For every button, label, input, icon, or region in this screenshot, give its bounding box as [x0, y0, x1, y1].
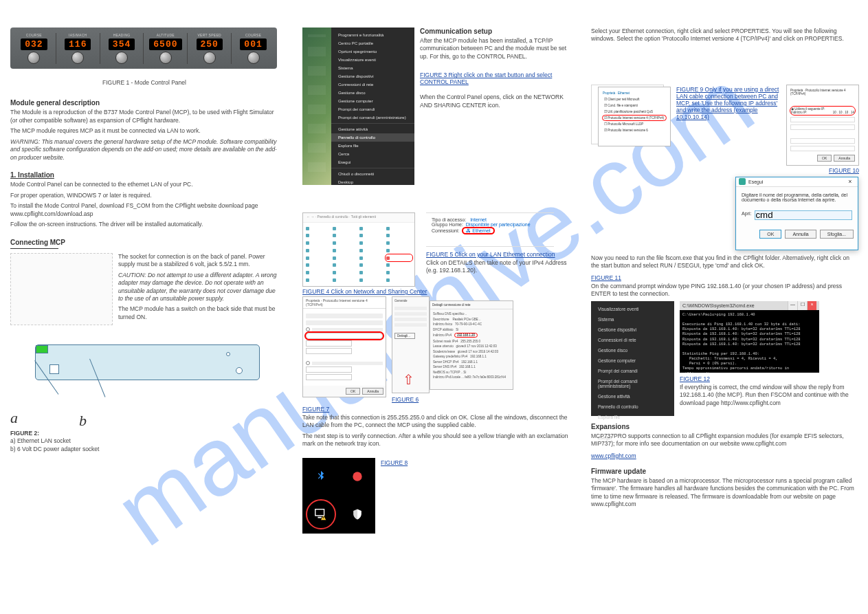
cp-icon[interactable]: [359, 263, 385, 268]
cp-icon[interactable]: [333, 241, 358, 246]
cp-icon[interactable]: [306, 248, 331, 253]
cp-icon[interactable]: [333, 277, 358, 283]
section-title-general: Module general description: [10, 99, 278, 107]
menu-item[interactable]: Programmi e funzionalità: [331, 31, 414, 39]
cp-icon[interactable]: [306, 263, 331, 268]
menu-item[interactable]: Connessioni di rete: [331, 80, 414, 89]
flight-panel-figure: COURSE032 IAS/MACH116 HEADING354 ALTITUD…: [10, 28, 277, 69]
cp-icon[interactable]: [386, 277, 412, 283]
cp-icon[interactable]: [359, 233, 385, 239]
menu-item[interactable]: Gestione attività: [331, 125, 414, 133]
close-icon[interactable]: ×: [845, 178, 855, 185]
cp-icon[interactable]: [359, 255, 385, 261]
menu-item[interactable]: Esplora file: [331, 142, 414, 150]
menu-item[interactable]: Gestione computer: [591, 355, 674, 366]
fp-lcd: 032: [21, 39, 47, 50]
menu-item[interactable]: Pannello di controllo: [331, 133, 414, 142]
back-panel-diagram: [35, 344, 260, 380]
minimize-icon[interactable]: —: [788, 301, 797, 310]
control-panel-figure: ← → · Pannello di controllo · Tutti gli …: [302, 212, 415, 287]
website-link[interactable]: www.cpflight.com: [591, 452, 636, 459]
shield-icon: [347, 504, 368, 525]
menu-item[interactable]: Esplora file: [591, 412, 674, 422]
cp-icon[interactable]: [306, 233, 331, 239]
menu-item[interactable]: Connessioni di rete: [591, 335, 674, 345]
body-text: Click on DETAILS then take note of your …: [426, 259, 570, 275]
cp-icon[interactable]: [359, 241, 385, 246]
cp-icon[interactable]: [386, 233, 412, 239]
cp-icon[interactable]: [333, 248, 358, 253]
body-text: The MCP module requires MCP as it must b…: [10, 127, 278, 135]
cp-icon[interactable]: [359, 226, 385, 231]
fp-label: VERT SPEED: [197, 33, 221, 37]
menu-item[interactable]: Visualizzatore eventi: [331, 56, 414, 64]
cp-icon[interactable]: [333, 263, 358, 268]
cp-icon[interactable]: [359, 270, 385, 276]
menu-item[interactable]: Gestione dispositivi: [591, 325, 674, 335]
network-center-icon[interactable]: [386, 255, 412, 261]
menu-item[interactable]: Sistema: [331, 64, 414, 72]
menu-item[interactable]: Esegui: [331, 158, 414, 166]
menu-item[interactable]: Sistema: [591, 314, 674, 325]
menu-item[interactable]: Opzioni spegnimento: [331, 47, 414, 56]
cp-icon[interactable]: [386, 270, 412, 276]
browse-button[interactable]: Sfoglia...: [820, 230, 854, 239]
menu-item[interactable]: Gestione attività: [591, 391, 674, 402]
ok-button[interactable]: OK: [817, 155, 832, 162]
lan-socket-icon: [36, 345, 48, 353]
menu-item[interactable]: Desktop: [331, 178, 414, 186]
details-dialog: Dettagli connessione di rete Suffisso DN…: [430, 300, 513, 390]
cp-icon[interactable]: [386, 248, 412, 253]
cp-icon[interactable]: [306, 241, 331, 246]
details-button[interactable]: Dettagli...: [394, 333, 415, 339]
knob-icon: [71, 52, 84, 64]
cp-icon[interactable]: [333, 270, 358, 276]
svg-rect-2: [318, 517, 322, 518]
ok-button[interactable]: OK: [759, 230, 781, 239]
menu-item[interactable]: Chiudi o disconnetti: [331, 170, 414, 178]
cp-icon[interactable]: [306, 270, 331, 276]
figure9-link: FIGURE 9 Only if you are using a direct …: [676, 86, 781, 120]
fp-label: HEADING: [113, 33, 131, 37]
figure8-link: FIGURE 8: [381, 459, 408, 466]
menu-item[interactable]: Prompt dei comandi: [591, 366, 674, 376]
cancel-button[interactable]: Annulla: [785, 230, 816, 239]
maximize-icon[interactable]: ☐: [797, 301, 807, 310]
menu-item[interactable]: Centro PC portatile: [331, 39, 414, 47]
menu-item[interactable]: Gestione disco: [331, 89, 414, 97]
body-text: The socket for connection is on the back…: [118, 253, 278, 269]
cp-icon[interactable]: [333, 233, 358, 239]
menu-item[interactable]: Gestione disco: [591, 345, 674, 355]
dark-menu-small: Visualizzatore eventiSistemaGestione dis…: [591, 301, 674, 416]
menu-item[interactable]: Cerca: [331, 150, 414, 158]
body-text: The MCP module has a switch on the back …: [118, 305, 278, 321]
cp-icon[interactable]: [359, 277, 385, 283]
cancel-button[interactable]: Annulla: [834, 155, 855, 162]
menu-item[interactable]: Prompt dei comandi (amministratore): [591, 376, 674, 391]
cp-icon[interactable]: [386, 241, 412, 246]
cp-icon[interactable]: [306, 226, 331, 231]
figure4-link: FIGURE 4 Click on Network and Sharing Ce…: [302, 288, 427, 295]
arrow-up-icon: ⇧: [403, 371, 414, 388]
menu-item[interactable]: Visualizzatore eventi: [591, 304, 674, 314]
cp-icon[interactable]: [333, 226, 358, 231]
cp-icon[interactable]: [386, 263, 412, 268]
menu-item[interactable]: Prompt dei comandi: [331, 105, 414, 113]
circled-network-icon: [306, 499, 336, 529]
menu-item[interactable]: Pannello di controllo: [591, 402, 674, 412]
menu-item[interactable]: Gestione dispositivi: [331, 72, 414, 80]
run-input[interactable]: [755, 210, 852, 220]
cp-icon[interactable]: [359, 248, 385, 253]
menu-item[interactable]: Gestione computer: [331, 97, 414, 105]
tray-figure: [302, 458, 375, 534]
cp-icon[interactable]: [386, 226, 412, 231]
cp-icon[interactable]: [306, 255, 331, 261]
close-icon[interactable]: ×: [807, 301, 816, 310]
body-text: The Module is a reproduction of the B737…: [10, 109, 278, 124]
cp-icon[interactable]: [333, 255, 358, 261]
cancel-button[interactable]: Annulla: [362, 388, 383, 395]
ok-button[interactable]: OK: [346, 388, 360, 395]
menu-item[interactable]: Prompt dei comandi (amministratore): [331, 113, 414, 122]
run-title: Esegui: [748, 179, 763, 184]
cp-icon[interactable]: [306, 277, 331, 283]
